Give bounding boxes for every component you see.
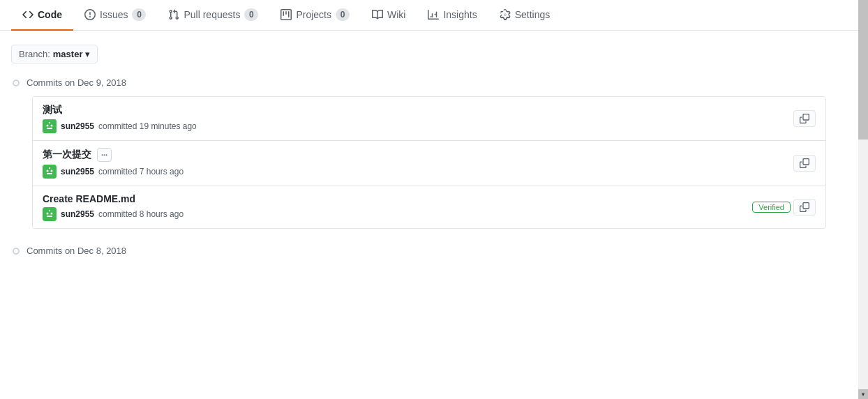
commit-title-text-3[interactable]: Create README.md bbox=[43, 193, 135, 204]
commit-actions-2 bbox=[793, 148, 816, 179]
commit-title-1: 测试 bbox=[43, 104, 786, 116]
commit-author-3[interactable]: sun2955 bbox=[61, 209, 94, 219]
avatar-1 bbox=[43, 119, 57, 133]
pr-badge: 0 bbox=[244, 8, 258, 21]
tab-insights-label: Insights bbox=[443, 9, 477, 20]
timeline-dot-1 bbox=[13, 80, 20, 86]
commit-title-text-1[interactable]: 测试 bbox=[43, 104, 62, 116]
svg-rect-14 bbox=[49, 210, 50, 211]
timeline-date-1: Commits on Dec 9, 2018 bbox=[11, 77, 826, 88]
svg-point-6 bbox=[47, 170, 49, 172]
commit-main-1: 测试 sun2955 committed 19 minutes ago bbox=[43, 104, 786, 133]
tab-code-label: Code bbox=[38, 9, 62, 20]
svg-rect-4 bbox=[49, 122, 50, 123]
avatar-3 bbox=[43, 207, 57, 221]
commits-container-1: 测试 sun2955 committed 19 minutes ago bbox=[32, 96, 826, 229]
commit-main-3: Create README.md sun2955 committed 8 hou… bbox=[43, 193, 745, 221]
tab-pull-requests[interactable]: Pull requests 0 bbox=[157, 0, 269, 31]
table-row: Create README.md sun2955 committed 8 hou… bbox=[33, 186, 825, 228]
branch-name: master bbox=[53, 49, 83, 59]
chevron-down-icon: ▾ bbox=[85, 49, 90, 59]
tab-pr-label: Pull requests bbox=[184, 9, 240, 20]
svg-rect-13 bbox=[47, 216, 52, 217]
svg-rect-9 bbox=[49, 167, 50, 169]
wiki-icon bbox=[372, 9, 383, 20]
tab-wiki-label: Wiki bbox=[387, 9, 405, 20]
tab-issues-label: Issues bbox=[100, 9, 128, 20]
issues-badge: 0 bbox=[132, 8, 146, 21]
timeline-dot-2 bbox=[13, 248, 20, 255]
copy-hash-button-3[interactable] bbox=[793, 199, 816, 216]
commit-author-1[interactable]: sun2955 bbox=[61, 121, 94, 131]
issues-icon bbox=[84, 9, 96, 20]
scrollbar-thumb[interactable] bbox=[858, 0, 868, 140]
svg-point-11 bbox=[47, 213, 49, 215]
timeline-date-2-label: Commits on Dec 8, 2018 bbox=[27, 246, 126, 256]
copy-hash-button-2[interactable] bbox=[793, 155, 816, 172]
insights-icon bbox=[428, 9, 439, 20]
branch-selector[interactable]: Branch: master ▾ bbox=[11, 45, 98, 63]
commit-time-2: committed 7 hours ago bbox=[98, 167, 184, 176]
commit-actions-3: Verified bbox=[752, 193, 816, 221]
tab-projects-label: Projects bbox=[296, 9, 331, 20]
tab-code[interactable]: Code bbox=[11, 0, 73, 31]
projects-badge: 0 bbox=[336, 8, 350, 21]
main-content: Branch: master ▾ Commits on Dec 9, 2018 … bbox=[0, 31, 837, 270]
svg-point-7 bbox=[51, 170, 53, 172]
settings-icon bbox=[500, 9, 511, 20]
tab-projects[interactable]: Projects 0 bbox=[269, 0, 361, 31]
commit-actions-1 bbox=[793, 104, 816, 133]
pr-icon bbox=[168, 9, 179, 20]
scrollbar-track: ▾ bbox=[858, 0, 868, 270]
commit-author-2[interactable]: sun2955 bbox=[61, 167, 94, 176]
svg-rect-5 bbox=[43, 165, 57, 179]
table-row: 第一次提交 ··· sun2955 committed 7 hours ago bbox=[33, 141, 825, 186]
commit-title-3: Create README.md bbox=[43, 193, 745, 204]
svg-point-12 bbox=[51, 213, 53, 215]
commit-meta-1: sun2955 committed 19 minutes ago bbox=[43, 119, 786, 133]
svg-rect-0 bbox=[43, 119, 57, 133]
avatar-2 bbox=[43, 165, 57, 179]
svg-rect-3 bbox=[47, 128, 52, 129]
tab-settings-label: Settings bbox=[515, 9, 551, 20]
svg-point-2 bbox=[51, 125, 53, 127]
timeline-date-2: Commits on Dec 8, 2018 bbox=[11, 246, 826, 256]
commit-meta-2: sun2955 committed 7 hours ago bbox=[43, 165, 786, 179]
commit-time-3: committed 8 hours ago bbox=[98, 209, 184, 219]
commit-meta-3: sun2955 committed 8 hours ago bbox=[43, 207, 745, 221]
projects-icon bbox=[280, 9, 292, 20]
commit-ellipsis-2[interactable]: ··· bbox=[97, 148, 112, 162]
tab-bar: Code Issues 0 Pull requests 0 Projects 0… bbox=[0, 0, 868, 31]
tab-insights[interactable]: Insights bbox=[417, 0, 488, 31]
commit-time-1: committed 19 minutes ago bbox=[98, 121, 197, 131]
tab-wiki[interactable]: Wiki bbox=[361, 0, 417, 31]
tab-settings[interactable]: Settings bbox=[488, 0, 562, 31]
commit-title-2: 第一次提交 ··· bbox=[43, 148, 786, 162]
svg-point-1 bbox=[47, 125, 49, 127]
branch-label: Branch: bbox=[19, 49, 50, 59]
copy-hash-button-1[interactable] bbox=[793, 110, 816, 127]
verified-badge[interactable]: Verified bbox=[752, 202, 791, 213]
svg-rect-10 bbox=[43, 207, 57, 221]
commit-title-text-2[interactable]: 第一次提交 bbox=[43, 149, 91, 161]
code-icon bbox=[22, 9, 33, 20]
timeline-date-1-label: Commits on Dec 9, 2018 bbox=[27, 77, 126, 88]
commit-main-2: 第一次提交 ··· sun2955 committed 7 hours ago bbox=[43, 148, 786, 179]
svg-rect-8 bbox=[47, 173, 52, 174]
table-row: 测试 sun2955 committed 19 minutes ago bbox=[33, 97, 825, 141]
timeline: Commits on Dec 9, 2018 测试 sun2 bbox=[11, 77, 826, 256]
tab-issues[interactable]: Issues 0 bbox=[73, 0, 157, 31]
avatar-img-1 bbox=[43, 119, 57, 133]
